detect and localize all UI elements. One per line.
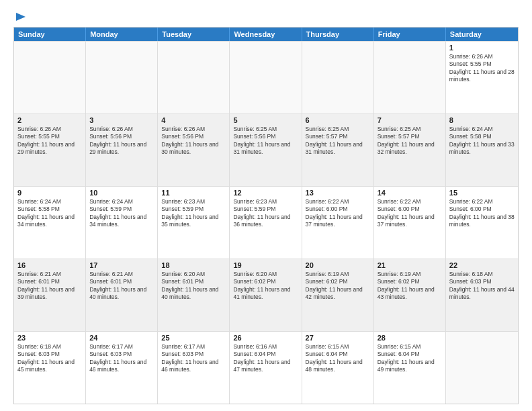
day-number: 21 bbox=[378, 261, 442, 269]
calendar-cell bbox=[446, 332, 518, 404]
weekday-header: Tuesday bbox=[158, 28, 230, 41]
day-number: 16 bbox=[17, 261, 82, 269]
calendar-cell: 1Sunrise: 6:26 AM Sunset: 5:55 PM Daylig… bbox=[446, 42, 518, 113]
day-number: 19 bbox=[233, 261, 298, 269]
day-info: Sunrise: 6:15 AM Sunset: 6:04 PM Dayligh… bbox=[306, 343, 370, 374]
calendar-cell: 16Sunrise: 6:21 AM Sunset: 6:01 PM Dayli… bbox=[14, 259, 86, 331]
day-info: Sunrise: 6:25 AM Sunset: 5:56 PM Dayligh… bbox=[233, 126, 298, 156]
day-info: Sunrise: 6:24 AM Sunset: 5:58 PM Dayligh… bbox=[17, 198, 82, 229]
day-number: 5 bbox=[233, 116, 298, 124]
day-info: Sunrise: 6:26 AM Sunset: 5:56 PM Dayligh… bbox=[161, 126, 226, 156]
weekday-header: Thursday bbox=[302, 28, 374, 41]
calendar-cell: 8Sunrise: 6:24 AM Sunset: 5:58 PM Daylig… bbox=[446, 114, 518, 186]
day-number: 17 bbox=[89, 261, 154, 269]
calendar-cell: 3Sunrise: 6:26 AM Sunset: 5:56 PM Daylig… bbox=[86, 114, 158, 186]
day-number: 10 bbox=[89, 189, 154, 197]
calendar-row: 9Sunrise: 6:24 AM Sunset: 5:58 PM Daylig… bbox=[14, 186, 518, 259]
calendar-row: 2Sunrise: 6:26 AM Sunset: 5:55 PM Daylig… bbox=[14, 113, 518, 186]
calendar-cell: 20Sunrise: 6:19 AM Sunset: 6:02 PM Dayli… bbox=[302, 259, 374, 331]
day-number: 14 bbox=[378, 189, 442, 197]
calendar-cell: 13Sunrise: 6:22 AM Sunset: 6:00 PM Dayli… bbox=[302, 187, 374, 259]
calendar-cell: 23Sunrise: 6:18 AM Sunset: 6:03 PM Dayli… bbox=[14, 332, 86, 404]
weekday-header: Saturday bbox=[446, 28, 518, 41]
calendar-cell: 25Sunrise: 6:17 AM Sunset: 6:03 PM Dayli… bbox=[158, 332, 230, 404]
day-number: 2 bbox=[17, 116, 82, 124]
day-info: Sunrise: 6:16 AM Sunset: 6:04 PM Dayligh… bbox=[233, 343, 298, 374]
calendar-cell: 2Sunrise: 6:26 AM Sunset: 5:55 PM Daylig… bbox=[14, 114, 86, 186]
day-info: Sunrise: 6:19 AM Sunset: 6:02 PM Dayligh… bbox=[378, 271, 442, 302]
day-number: 23 bbox=[17, 334, 82, 342]
day-number: 22 bbox=[449, 261, 515, 269]
day-number: 13 bbox=[306, 189, 370, 197]
day-info: Sunrise: 6:21 AM Sunset: 6:01 PM Dayligh… bbox=[89, 271, 154, 302]
calendar-row: 1Sunrise: 6:26 AM Sunset: 5:55 PM Daylig… bbox=[14, 41, 518, 113]
day-number: 24 bbox=[89, 334, 154, 342]
logo bbox=[13, 11, 27, 21]
calendar-row: 23Sunrise: 6:18 AM Sunset: 6:03 PM Dayli… bbox=[14, 331, 518, 404]
day-number: 18 bbox=[161, 261, 226, 269]
calendar-cell bbox=[14, 42, 86, 113]
calendar-cell: 24Sunrise: 6:17 AM Sunset: 6:03 PM Dayli… bbox=[86, 332, 158, 404]
day-info: Sunrise: 6:25 AM Sunset: 5:57 PM Dayligh… bbox=[378, 126, 442, 156]
calendar-cell: 27Sunrise: 6:15 AM Sunset: 6:04 PM Dayli… bbox=[302, 332, 374, 404]
day-info: Sunrise: 6:15 AM Sunset: 6:04 PM Dayligh… bbox=[378, 343, 442, 374]
calendar-body: 1Sunrise: 6:26 AM Sunset: 5:55 PM Daylig… bbox=[14, 41, 518, 404]
calendar-cell bbox=[374, 42, 446, 113]
calendar-cell: 17Sunrise: 6:21 AM Sunset: 6:01 PM Dayli… bbox=[86, 259, 158, 331]
calendar-cell bbox=[230, 42, 302, 113]
day-number: 28 bbox=[378, 334, 442, 342]
calendar-cell: 19Sunrise: 6:20 AM Sunset: 6:02 PM Dayli… bbox=[230, 259, 302, 331]
calendar-cell: 14Sunrise: 6:22 AM Sunset: 6:00 PM Dayli… bbox=[374, 187, 446, 259]
day-number: 4 bbox=[161, 116, 226, 124]
day-info: Sunrise: 6:17 AM Sunset: 6:03 PM Dayligh… bbox=[89, 343, 154, 374]
calendar-cell: 12Sunrise: 6:23 AM Sunset: 5:59 PM Dayli… bbox=[230, 187, 302, 259]
day-info: Sunrise: 6:24 AM Sunset: 5:59 PM Dayligh… bbox=[89, 198, 154, 229]
calendar-cell: 10Sunrise: 6:24 AM Sunset: 5:59 PM Dayli… bbox=[86, 187, 158, 259]
day-info: Sunrise: 6:19 AM Sunset: 6:02 PM Dayligh… bbox=[306, 271, 370, 302]
calendar-cell: 5Sunrise: 6:25 AM Sunset: 5:56 PM Daylig… bbox=[230, 114, 302, 186]
calendar-cell bbox=[302, 42, 374, 113]
day-number: 11 bbox=[161, 189, 226, 197]
calendar-cell: 6Sunrise: 6:25 AM Sunset: 5:57 PM Daylig… bbox=[302, 114, 374, 186]
day-info: Sunrise: 6:25 AM Sunset: 5:57 PM Dayligh… bbox=[306, 126, 370, 156]
day-number: 27 bbox=[306, 334, 370, 342]
day-info: Sunrise: 6:24 AM Sunset: 5:58 PM Dayligh… bbox=[449, 126, 515, 156]
day-number: 20 bbox=[306, 261, 370, 269]
weekday-header: Monday bbox=[86, 28, 158, 41]
weekday-header: Wednesday bbox=[230, 28, 302, 41]
calendar-cell: 28Sunrise: 6:15 AM Sunset: 6:04 PM Dayli… bbox=[374, 332, 446, 404]
day-info: Sunrise: 6:22 AM Sunset: 6:00 PM Dayligh… bbox=[449, 198, 515, 229]
calendar-cell bbox=[86, 42, 158, 113]
calendar-cell bbox=[158, 42, 230, 113]
day-info: Sunrise: 6:23 AM Sunset: 5:59 PM Dayligh… bbox=[161, 198, 226, 229]
day-info: Sunrise: 6:26 AM Sunset: 5:55 PM Dayligh… bbox=[17, 126, 82, 156]
day-number: 1 bbox=[449, 44, 515, 52]
calendar-row: 16Sunrise: 6:21 AM Sunset: 6:01 PM Dayli… bbox=[14, 259, 518, 331]
day-number: 26 bbox=[233, 334, 298, 342]
calendar-cell: 9Sunrise: 6:24 AM Sunset: 5:58 PM Daylig… bbox=[14, 187, 86, 259]
day-number: 6 bbox=[306, 116, 370, 124]
day-number: 25 bbox=[161, 334, 226, 342]
day-number: 15 bbox=[449, 189, 515, 197]
weekday-header: Sunday bbox=[14, 28, 86, 41]
calendar-cell: 21Sunrise: 6:19 AM Sunset: 6:02 PM Dayli… bbox=[374, 259, 446, 331]
calendar-cell: 15Sunrise: 6:22 AM Sunset: 6:00 PM Dayli… bbox=[446, 187, 518, 259]
day-number: 12 bbox=[233, 189, 298, 197]
svg-marker-0 bbox=[16, 13, 26, 21]
day-info: Sunrise: 6:20 AM Sunset: 6:01 PM Dayligh… bbox=[161, 271, 226, 302]
day-number: 9 bbox=[17, 189, 82, 197]
day-info: Sunrise: 6:26 AM Sunset: 5:56 PM Dayligh… bbox=[89, 126, 154, 156]
calendar-cell: 22Sunrise: 6:18 AM Sunset: 6:03 PM Dayli… bbox=[446, 259, 518, 331]
calendar-cell: 4Sunrise: 6:26 AM Sunset: 5:56 PM Daylig… bbox=[158, 114, 230, 186]
page: SundayMondayTuesdayWednesdayThursdayFrid… bbox=[0, 0, 532, 411]
calendar: SundayMondayTuesdayWednesdayThursdayFrid… bbox=[13, 27, 519, 404]
day-number: 3 bbox=[89, 116, 154, 124]
day-number: 7 bbox=[378, 116, 442, 124]
day-info: Sunrise: 6:20 AM Sunset: 6:02 PM Dayligh… bbox=[233, 271, 298, 302]
day-info: Sunrise: 6:23 AM Sunset: 5:59 PM Dayligh… bbox=[233, 198, 298, 229]
calendar-cell: 26Sunrise: 6:16 AM Sunset: 6:04 PM Dayli… bbox=[230, 332, 302, 404]
day-number: 8 bbox=[449, 116, 515, 124]
logo-flag-icon bbox=[15, 11, 27, 23]
weekday-header: Friday bbox=[374, 28, 446, 41]
day-info: Sunrise: 6:21 AM Sunset: 6:01 PM Dayligh… bbox=[17, 271, 82, 302]
